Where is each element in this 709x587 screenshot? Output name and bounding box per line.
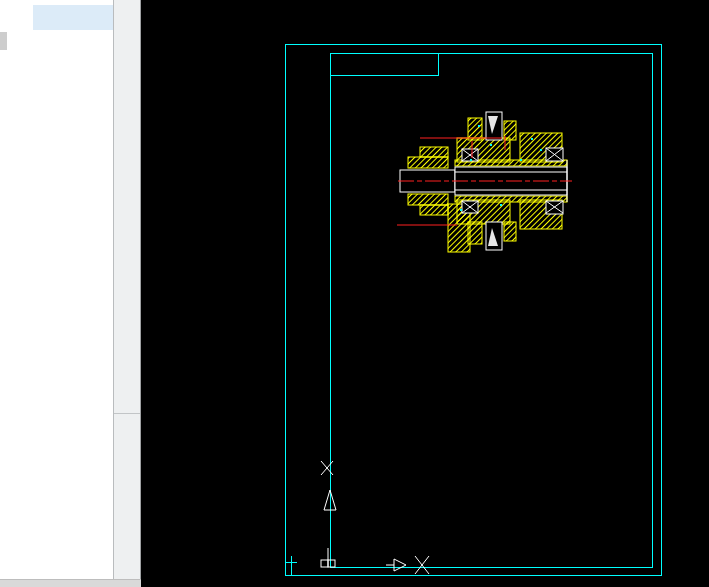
centering-mark bbox=[285, 556, 297, 575]
x-mark-upper bbox=[321, 461, 333, 475]
file-list-header-name-column[interactable] bbox=[33, 5, 113, 30]
projection-symbol bbox=[386, 559, 406, 571]
top-left-annotation-box bbox=[330, 53, 438, 75]
cad-canvas[interactable] bbox=[141, 0, 709, 587]
x-mark-lower bbox=[415, 556, 429, 574]
cad-application-window bbox=[0, 0, 709, 587]
explorer-tree-sliver bbox=[0, 0, 27, 579]
square-mark bbox=[328, 560, 335, 567]
bottom-scroll-strip[interactable] bbox=[0, 579, 141, 587]
draw-toolbar-frame bbox=[114, 0, 140, 414]
sheet-symbols bbox=[321, 461, 429, 574]
file-list-panel bbox=[26, 0, 113, 579]
tree-scrollbar-thumb[interactable] bbox=[0, 32, 7, 50]
square-mark bbox=[321, 560, 328, 567]
assembly-drawing bbox=[397, 112, 572, 252]
